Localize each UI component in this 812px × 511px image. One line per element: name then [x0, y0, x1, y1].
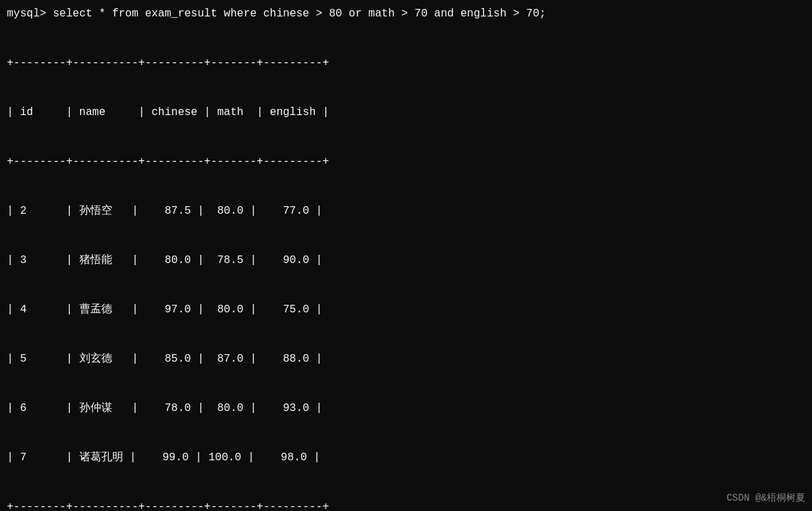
query1-header: | id | name | chinese | math | english | — [7, 104, 805, 121]
query1-table: +--------+----------+---------+-------+-… — [7, 22, 805, 511]
query1-row-2: | 4 | 曹孟德 | 97.0 | 80.0 | 75.0 | — [7, 301, 805, 318]
query1-row-1: | 3 | 猪悟能 | 80.0 | 78.5 | 90.0 | — [7, 252, 805, 269]
query1-block: mysql> select * from exam_result where c… — [7, 5, 805, 511]
query1-row-0: | 2 | 孙悟空 | 87.5 | 80.0 | 77.0 | — [7, 203, 805, 219]
query1-row-4: | 6 | 孙仲谋 | 78.0 | 80.0 | 93.0 | — [7, 400, 805, 416]
watermark: CSDN @&梧桐树夏 — [726, 492, 805, 504]
prompt1: mysql> — [7, 8, 53, 20]
query1-row-5: | 7 | 诸葛孔明 | 99.0 | 100.0 | 98.0 | — [7, 449, 805, 466]
query1-sep-header: +--------+----------+---------+-------+-… — [7, 153, 805, 170]
query1-sep-bottom: +--------+----------+---------+-------+-… — [7, 499, 805, 511]
query1-prompt-line: mysql> select * from exam_result where c… — [7, 5, 805, 22]
query1-sep-top: +--------+----------+---------+-------+-… — [7, 55, 805, 71]
query1-sql: select * from exam_result where chinese … — [53, 8, 546, 20]
query1-row-3: | 5 | 刘玄德 | 85.0 | 87.0 | 88.0 | — [7, 351, 805, 367]
